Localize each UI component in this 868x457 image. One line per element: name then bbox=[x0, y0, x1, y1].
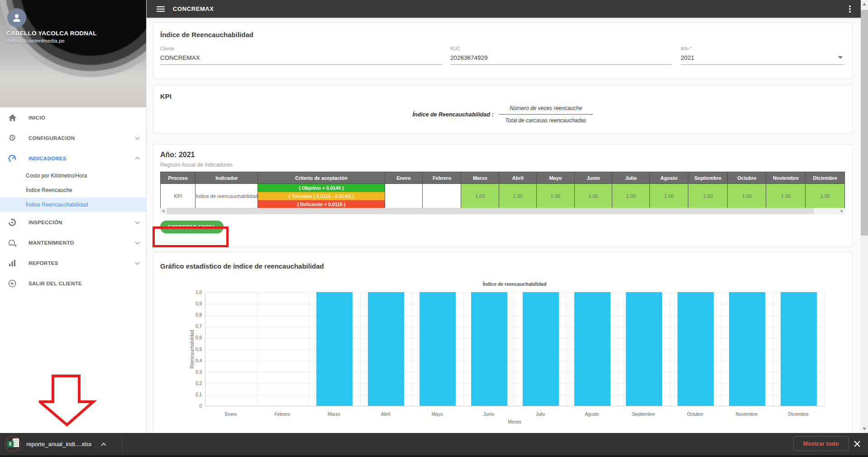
gridline bbox=[463, 293, 464, 406]
x-axis-tick: Octubre bbox=[669, 412, 721, 417]
gridline bbox=[257, 293, 258, 406]
gridline bbox=[825, 293, 825, 406]
download-bar: X reporte_anual_indi....xlsx Mostrar tod… bbox=[0, 433, 868, 457]
export-excel-button[interactable]: EXPORTAR EXCEL bbox=[160, 221, 224, 233]
cell-month-value: 1.00 bbox=[650, 184, 688, 208]
y-axis-tick: 0,6 bbox=[186, 335, 202, 340]
show-all-button[interactable]: Mostrar todo bbox=[793, 436, 849, 451]
cell-month-value: 1.00 bbox=[806, 184, 845, 208]
x-axis-tick: Abril bbox=[360, 412, 411, 417]
gridline bbox=[412, 293, 412, 406]
user-email: rodnal@contentmedia.pe bbox=[6, 38, 65, 43]
scrollbar-thumb[interactable] bbox=[167, 208, 814, 214]
sidebar-subitem-indice-reencauchabilidad[interactable]: Índice Reencauchabilidad bbox=[0, 197, 146, 212]
sidebar-item-inspeccion[interactable]: INSPECCIÓN bbox=[0, 212, 146, 232]
menu-icon[interactable] bbox=[157, 5, 165, 13]
bar-julio bbox=[523, 292, 559, 406]
dropdown-arrow-icon bbox=[838, 56, 843, 59]
y-axis-tick: 0,9 bbox=[186, 301, 202, 306]
col-header-proceso: Proceso bbox=[161, 172, 196, 184]
cliente-field[interactable]: Cliente CONCREMAX bbox=[160, 46, 442, 65]
kpi-formula: Índice de Reencauchabilidad : Número de … bbox=[153, 105, 852, 124]
col-header-month: Enero bbox=[385, 172, 423, 184]
kpi-card: KPI Índice de Reencauchabilidad : Número… bbox=[153, 85, 853, 134]
formula-fraction: Número de veces reencauche Total de carc… bbox=[499, 105, 593, 124]
file-menu-caret-icon[interactable] bbox=[101, 443, 106, 447]
client-form-card: Índice de Reencauchabilidad Cliente CONC… bbox=[153, 22, 853, 79]
anio-value[interactable]: 2021 bbox=[681, 54, 844, 65]
sidebar-item-indicadores[interactable]: INDICADORES bbox=[0, 148, 146, 168]
x-axis-tick: Junio bbox=[463, 412, 515, 417]
sidebar: CABELLO YACOLCA RODNAL rodnal@contentmed… bbox=[0, 0, 147, 433]
table-row: KPI Índice de reencauchabilidad ( Objeti… bbox=[161, 184, 845, 208]
page-vertical-scrollbar[interactable] bbox=[861, 0, 868, 433]
col-header-month: Abril bbox=[499, 172, 537, 184]
chart-title: Índice de reencauchabilidad bbox=[205, 281, 824, 287]
cell-month-value: 1.00 bbox=[461, 184, 499, 208]
cell-month-value: 1.00 bbox=[612, 184, 650, 208]
x-axis-tick: Agosto bbox=[566, 412, 618, 417]
sidebar-item-configuracion[interactable]: ⚙ CONFIGURACION bbox=[0, 128, 146, 148]
formula-denominator: Total de carcasas reencauchadas bbox=[499, 115, 593, 124]
col-header-month: Junio bbox=[574, 172, 612, 184]
bar-chart-icon bbox=[7, 259, 17, 267]
col-header-indicador: Indicador bbox=[196, 172, 258, 184]
chevron-down-icon bbox=[135, 219, 140, 224]
anio-label: Año * bbox=[681, 46, 844, 51]
col-header-month: Julio bbox=[612, 172, 650, 184]
cell-month-value bbox=[385, 184, 423, 208]
col-header-criterio: Criterio de aceptación bbox=[258, 172, 385, 184]
gridline bbox=[773, 293, 773, 406]
col-header-month: Marzo bbox=[461, 172, 499, 184]
cell-indicador: Índice de reencauchabilidad bbox=[196, 184, 258, 208]
speedometer-icon bbox=[7, 154, 17, 163]
scroll-right-arrow[interactable] bbox=[841, 210, 843, 212]
anio-select[interactable]: Año * 2021 bbox=[681, 46, 844, 65]
topbar-title: CONCREMAX bbox=[173, 5, 214, 12]
bar-octubre bbox=[677, 292, 714, 406]
kebab-menu-icon[interactable] bbox=[847, 4, 853, 14]
table-horizontal-scrollbar[interactable] bbox=[160, 208, 845, 214]
close-download-bar-icon[interactable] bbox=[853, 439, 862, 448]
sidebar-nav: INICIO ⚙ CONFIGURACION INDICADORES Costo… bbox=[0, 107, 146, 293]
divider bbox=[122, 436, 122, 453]
ruc-label: RUC bbox=[450, 46, 672, 51]
scroll-down-arrow[interactable] bbox=[863, 428, 866, 430]
y-axis-tick: 0,4 bbox=[186, 358, 202, 363]
criteria-tolerable: ( Tolerable [ 0.0115 - 0.0140] ) bbox=[258, 192, 384, 200]
cell-month-value: 1.00 bbox=[537, 184, 574, 208]
bar-septiembre bbox=[626, 292, 662, 406]
sidebar-subitem-costo-km-hora[interactable]: Costo por Kilómetro/Hora bbox=[0, 168, 146, 183]
criteria-objetivo: ( Objetivo > 0.0140 ) bbox=[258, 184, 384, 192]
gridline bbox=[360, 293, 361, 406]
ruc-field[interactable]: RUC 20263674929 bbox=[450, 46, 672, 65]
indicators-table-wrap: Proceso Indicador Criterio de aceptación… bbox=[160, 172, 845, 208]
cell-month-value: 1.00 bbox=[766, 184, 806, 208]
ruc-value[interactable]: 20263674929 bbox=[450, 54, 672, 65]
year-subtitle: Registro Anual de Indicadores bbox=[160, 162, 233, 168]
bar-mayo bbox=[420, 292, 456, 406]
cell-month-value: 1.00 bbox=[688, 184, 728, 208]
x-axis-tick: Febrero bbox=[257, 412, 308, 417]
sidebar-item-inicio[interactable]: INICIO bbox=[0, 107, 146, 128]
sidebar-subitem-indice-reencauche[interactable]: Índice Reencauche bbox=[0, 183, 146, 197]
gridline bbox=[721, 293, 722, 406]
sidebar-item-mantenimiento[interactable]: MANTENIMIENTO bbox=[0, 232, 146, 253]
gridline bbox=[309, 293, 309, 406]
cell-month-value bbox=[423, 184, 461, 208]
scrollbar-thumb[interactable] bbox=[861, 10, 868, 236]
formula-numerator: Número de veces reencauche bbox=[499, 105, 593, 115]
cell-month-value: 1.00 bbox=[728, 184, 766, 208]
x-axis-tick: Julio bbox=[515, 412, 566, 417]
scroll-left-arrow[interactable] bbox=[162, 210, 164, 212]
scroll-up-arrow[interactable] bbox=[863, 3, 866, 5]
cliente-value[interactable]: CONCREMAX bbox=[160, 54, 442, 65]
cell-proceso: KPI bbox=[161, 184, 196, 208]
gridline bbox=[618, 293, 619, 406]
car-icon bbox=[7, 239, 17, 247]
sidebar-item-salir-del-cliente[interactable]: SALIR DEL CLIENTE bbox=[0, 273, 146, 293]
sidebar-item-reportes[interactable]: REPORTES bbox=[0, 253, 146, 273]
downloaded-file-chip[interactable]: X reporte_anual_indi....xlsx bbox=[6, 433, 110, 455]
sidebar-header-photo: CABELLO YACOLCA RODNAL rodnal@contentmed… bbox=[0, 0, 146, 107]
col-header-month: Mayo bbox=[537, 172, 574, 184]
